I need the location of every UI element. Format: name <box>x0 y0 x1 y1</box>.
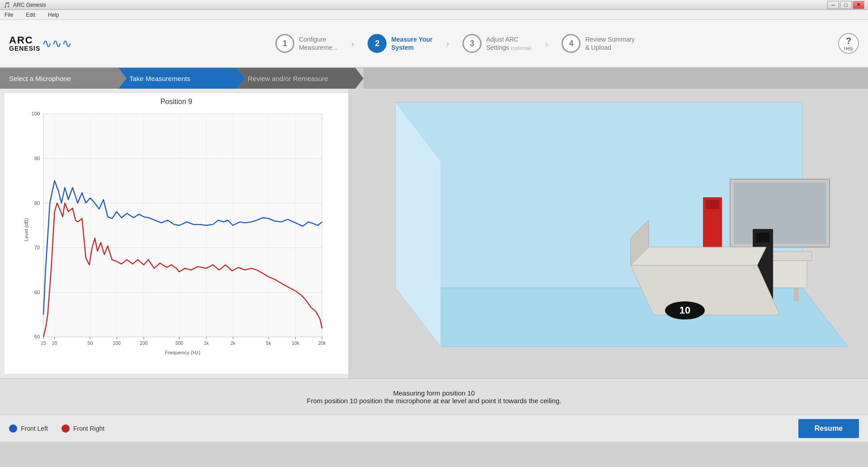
svg-text:50: 50 <box>34 334 40 339</box>
app-icon: 🎵 <box>4 2 10 8</box>
svg-text:1k: 1k <box>204 341 209 346</box>
breadcrumb-select-mic[interactable]: Select a Microphone <box>0 68 127 89</box>
svg-text:10k: 10k <box>292 341 300 346</box>
step-divider-2: › <box>446 38 449 49</box>
app-title: 🎵 ARC Genesis <box>4 2 46 8</box>
svg-rect-58 <box>756 233 770 243</box>
legend: Front Left Front Right <box>9 424 104 433</box>
window-controls: ─ □ ✕ <box>827 1 864 9</box>
resume-button[interactable]: Resume <box>798 419 859 438</box>
step-1[interactable]: 1 ConfigureMeasureme... <box>275 34 338 53</box>
step-2-label: Measure YourSystem <box>391 35 432 52</box>
step-4[interactable]: 4 Review Summary& Upload <box>561 34 635 53</box>
svg-text:50: 50 <box>88 341 93 346</box>
breadcrumb-review[interactable]: Review and/or Remeasure <box>237 68 363 89</box>
frequency-chart: 100 90 80 70 60 50 Level (dB) 15 20 <box>9 110 344 358</box>
step-2[interactable]: 2 Measure YourSystem <box>368 34 432 53</box>
front-right-label: Front Right <box>73 425 104 432</box>
svg-rect-54 <box>734 182 826 244</box>
menu-file[interactable]: File <box>2 11 16 19</box>
room-visualization: 10 <box>348 89 868 378</box>
status-line-2: From position 10 position the microphone… <box>307 397 561 405</box>
svg-text:10: 10 <box>679 305 690 316</box>
svg-text:20: 20 <box>52 341 57 346</box>
legend-front-left: Front Left <box>9 424 48 433</box>
svg-text:2k: 2k <box>231 341 236 346</box>
front-left-label: Front Left <box>21 425 48 432</box>
menu-help[interactable]: Help <box>45 11 62 19</box>
svg-text:500: 500 <box>175 341 184 346</box>
status-area: Measuring form position 10 From position… <box>0 378 868 415</box>
svg-marker-59 <box>631 265 780 315</box>
step-3-circle: 3 <box>462 34 481 53</box>
svg-text:5k: 5k <box>266 341 271 346</box>
svg-text:80: 80 <box>34 200 40 206</box>
chart-svg-container: 100 90 80 70 60 50 Level (dB) 15 20 <box>9 110 344 358</box>
titlebar: 🎵 ARC Genesis ─ □ ✕ <box>0 0 868 10</box>
svg-rect-56 <box>706 200 719 209</box>
step-4-label: Review Summary& Upload <box>585 35 635 52</box>
step-4-circle: 4 <box>561 34 580 53</box>
svg-text:15: 15 <box>41 341 46 346</box>
svg-rect-52 <box>793 288 799 301</box>
status-line-1: Measuring form position 10 <box>393 389 475 397</box>
svg-text:60: 60 <box>34 290 40 295</box>
breadcrumb-take-measurements[interactable]: Take Measurements <box>118 68 245 89</box>
svg-text:70: 70 <box>34 245 40 250</box>
svg-rect-0 <box>43 114 322 337</box>
logo: ARC GENESIS ∿∿∿ <box>9 35 72 52</box>
svg-text:100: 100 <box>31 111 40 116</box>
svg-text:Level (dB): Level (dB) <box>24 218 29 241</box>
step-1-label: ConfigureMeasureme... <box>299 35 338 52</box>
room-svg: 10 <box>348 89 868 378</box>
chart-area: Position 9 100 90 80 70 60 50 <box>5 93 348 374</box>
front-left-dot <box>9 424 17 433</box>
legend-front-right: Front Right <box>61 424 104 433</box>
bottom-bar: Front Left Front Right Resume <box>0 415 868 442</box>
step-3[interactable]: 3 Adjust ARCSettings (optional) <box>462 34 531 53</box>
svg-text:90: 90 <box>34 156 40 161</box>
step-1-circle: 1 <box>275 34 294 53</box>
svg-text:200: 200 <box>140 341 148 346</box>
step-divider-1: › <box>351 38 354 49</box>
close-button[interactable]: ✕ <box>853 1 864 9</box>
menu-edit[interactable]: Edit <box>23 11 38 19</box>
minimize-button[interactable]: ─ <box>827 1 839 9</box>
maximize-button[interactable]: □ <box>840 1 852 9</box>
step-2-circle: 2 <box>368 34 387 53</box>
svg-marker-60 <box>631 247 766 265</box>
svg-text:Frequency (Hz): Frequency (Hz) <box>165 350 200 355</box>
chart-title: Position 9 <box>9 98 344 106</box>
step-header: ARC GENESIS ∿∿∿ 1 ConfigureMeasureme... … <box>0 20 868 68</box>
menubar: File Edit Help <box>0 10 868 20</box>
step-3-label: Adjust ARCSettings (optional) <box>486 35 531 52</box>
svg-text:100: 100 <box>113 341 121 346</box>
front-right-dot <box>61 424 70 433</box>
breadcrumb-fill <box>363 68 868 89</box>
svg-marker-47 <box>396 288 848 347</box>
help-button[interactable]: ? Help <box>838 33 859 54</box>
step-divider-3: › <box>545 38 548 49</box>
svg-text:20k: 20k <box>318 341 326 346</box>
main-content: Position 9 100 90 80 70 60 50 <box>0 89 868 378</box>
steps-container: 1 ConfigureMeasureme... › 2 Measure Your… <box>72 34 838 53</box>
breadcrumb: Select a Microphone Take Measurements Re… <box>0 68 868 89</box>
